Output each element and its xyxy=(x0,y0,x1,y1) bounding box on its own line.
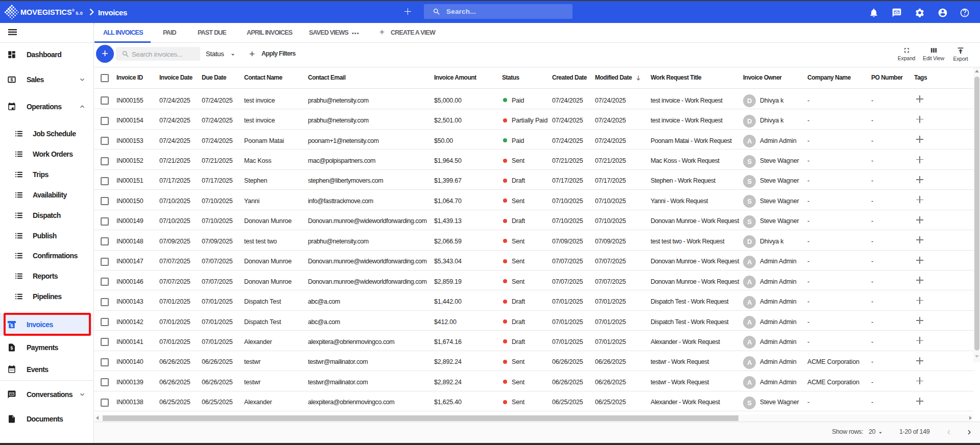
svg-text:$: $ xyxy=(10,77,13,82)
svg-text:$: $ xyxy=(11,345,13,351)
